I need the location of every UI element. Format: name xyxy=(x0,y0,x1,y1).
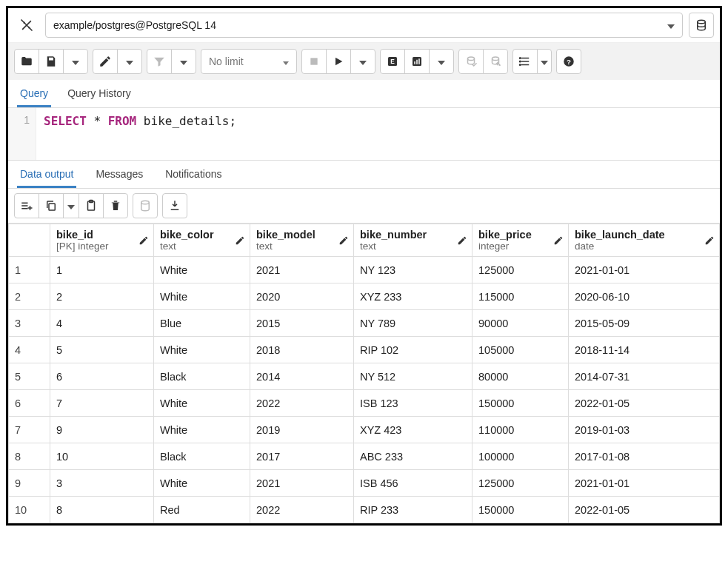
add-row-button[interactable] xyxy=(14,193,39,218)
cell[interactable]: White xyxy=(154,283,250,310)
copy-dropdown[interactable] xyxy=(63,193,79,218)
cell[interactable]: 4 xyxy=(50,310,154,337)
cell[interactable]: 2015-05-09 xyxy=(569,310,720,337)
cell[interactable]: 80000 xyxy=(472,363,569,390)
cell[interactable]: NY 512 xyxy=(354,363,472,390)
filter-dropdown[interactable] xyxy=(171,49,196,74)
cell[interactable]: ISB 123 xyxy=(354,390,472,417)
cell[interactable]: ABC 233 xyxy=(354,443,472,470)
cell[interactable]: 2015 xyxy=(250,310,354,337)
table-row[interactable]: 79White2019XYZ 4231100002019-01-03 xyxy=(9,417,720,443)
cell[interactable]: ISB 456 xyxy=(354,470,472,497)
cell[interactable]: 2 xyxy=(50,283,154,310)
edit-button[interactable] xyxy=(93,49,118,74)
table-row[interactable]: 45White2018RIP 1021050002018-11-14 xyxy=(9,337,720,363)
cell[interactable]: 2018 xyxy=(250,337,354,363)
tab-messages[interactable]: Messages xyxy=(93,161,146,188)
cell[interactable]: 2022-01-05 xyxy=(569,390,720,417)
cell[interactable]: 10 xyxy=(50,443,154,470)
limit-select[interactable]: No limit xyxy=(201,49,297,74)
delete-button[interactable] xyxy=(103,193,128,218)
cell[interactable]: 2014-07-31 xyxy=(569,363,720,390)
cell[interactable]: White xyxy=(154,470,250,497)
cell[interactable]: 100000 xyxy=(472,443,569,470)
cell[interactable]: 125000 xyxy=(472,470,569,497)
copy-button[interactable] xyxy=(39,193,64,218)
connection-select[interactable]: example/postgres@PostgreSQL 14 xyxy=(45,13,683,38)
cell[interactable]: 2019 xyxy=(250,417,354,443)
help-button[interactable]: ? xyxy=(556,49,581,74)
cell[interactable]: 2022 xyxy=(250,497,354,523)
cell[interactable]: RIP 233 xyxy=(354,497,472,523)
execute-dropdown[interactable] xyxy=(350,49,375,74)
table-row[interactable]: 22White2020XYZ 2331150002020-06-10 xyxy=(9,283,720,310)
cell[interactable]: 2020-06-10 xyxy=(569,283,720,310)
cell[interactable]: 115000 xyxy=(472,283,569,310)
cell[interactable]: Blue xyxy=(154,310,250,337)
pencil-icon[interactable] xyxy=(553,235,564,246)
cell[interactable]: 2021-01-01 xyxy=(569,470,720,497)
cell[interactable]: 2021 xyxy=(250,257,354,283)
save-data-button[interactable] xyxy=(133,193,158,218)
column-header[interactable]: bike_priceinteger xyxy=(472,224,569,257)
explain-button[interactable]: E xyxy=(380,49,405,74)
pencil-icon[interactable] xyxy=(235,235,245,246)
cell[interactable]: 2014 xyxy=(250,363,354,390)
cell[interactable]: 6 xyxy=(50,363,154,390)
execute-button[interactable] xyxy=(326,49,351,74)
paste-button[interactable] xyxy=(79,193,104,218)
cell[interactable]: Red xyxy=(154,497,250,523)
filter-button[interactable] xyxy=(147,49,172,74)
pencil-icon[interactable] xyxy=(704,235,715,246)
table-row[interactable]: 56Black2014NY 512800002014-07-31 xyxy=(9,363,720,390)
cell[interactable]: 150000 xyxy=(472,390,569,417)
column-header[interactable]: bike_launch_datedate xyxy=(569,224,720,257)
open-file-button[interactable] xyxy=(14,49,39,74)
cell[interactable]: 2017-01-08 xyxy=(569,443,720,470)
table-row[interactable]: 93White2021ISB 4561250002021-01-01 xyxy=(9,470,720,497)
server-icon[interactable] xyxy=(689,13,714,38)
sql-editor[interactable]: 1 SELECT * FROM bike_details; xyxy=(8,108,720,160)
save-dropdown[interactable] xyxy=(63,49,88,74)
cell[interactable]: White xyxy=(154,390,250,417)
macros-dropdown[interactable] xyxy=(537,49,552,74)
save-button[interactable] xyxy=(39,49,64,74)
pencil-icon[interactable] xyxy=(338,235,349,246)
explain-dropdown[interactable] xyxy=(429,49,454,74)
rollback-button[interactable] xyxy=(483,49,508,74)
cell[interactable]: 2021-01-01 xyxy=(569,257,720,283)
tab-query-history[interactable]: Query History xyxy=(64,80,134,107)
cell[interactable]: 2021 xyxy=(250,470,354,497)
cell[interactable]: RIP 102 xyxy=(354,337,472,363)
cell[interactable]: 8 xyxy=(50,497,154,523)
cell[interactable]: 2019-01-03 xyxy=(569,417,720,443)
table-row[interactable]: 810Black2017ABC 2331000002017-01-08 xyxy=(9,443,720,470)
cell[interactable]: 3 xyxy=(50,470,154,497)
table-row[interactable]: 34Blue2015NY 789900002015-05-09 xyxy=(9,310,720,337)
stop-button[interactable] xyxy=(301,49,327,74)
cell[interactable]: 2018-11-14 xyxy=(569,337,720,363)
pencil-icon[interactable] xyxy=(138,235,149,246)
column-header[interactable]: bike_id[PK] integer xyxy=(50,224,154,257)
cell[interactable]: 2020 xyxy=(250,283,354,310)
cell[interactable]: White xyxy=(154,257,250,283)
cell[interactable]: Black xyxy=(154,363,250,390)
tab-query[interactable]: Query xyxy=(17,80,51,107)
cell[interactable]: 2017 xyxy=(250,443,354,470)
cell[interactable]: 150000 xyxy=(472,497,569,523)
edit-dropdown[interactable] xyxy=(117,49,142,74)
cell[interactable]: 9 xyxy=(50,417,154,443)
cell[interactable]: White xyxy=(154,417,250,443)
macros-button[interactable] xyxy=(512,49,538,74)
table-row[interactable]: 11White2021NY 1231250002021-01-01 xyxy=(9,257,720,283)
pencil-icon[interactable] xyxy=(457,235,467,246)
plug-icon[interactable] xyxy=(14,13,39,38)
cell[interactable]: XYZ 423 xyxy=(354,417,472,443)
cell[interactable]: 7 xyxy=(50,390,154,417)
cell[interactable]: NY 123 xyxy=(354,257,472,283)
explain-analyze-button[interactable] xyxy=(404,49,430,74)
cell[interactable]: 110000 xyxy=(472,417,569,443)
table-row[interactable]: 108Red2022RIP 2331500002022-01-05 xyxy=(9,497,720,523)
commit-button[interactable] xyxy=(458,49,484,74)
download-button[interactable] xyxy=(162,193,187,218)
